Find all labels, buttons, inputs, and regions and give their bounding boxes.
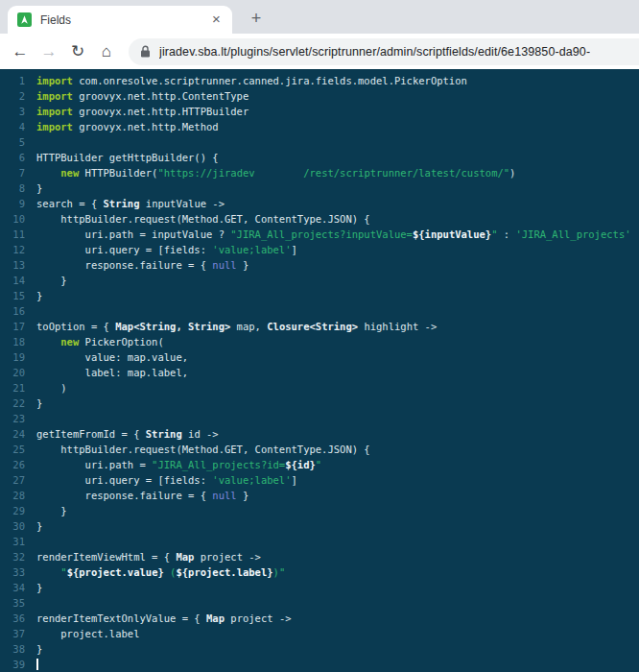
line-number: 33 xyxy=(0,564,25,580)
code-line[interactable]: 17toOption = { Map<String, String> map, … xyxy=(0,319,639,334)
code-line[interactable]: 35 xyxy=(0,595,639,611)
code-text: } xyxy=(36,503,67,518)
code-line[interactable]: 7 new HTTPBuilder("https://jiradev /rest… xyxy=(0,165,639,180)
line-number: 3 xyxy=(0,104,25,119)
code-line[interactable]: 29 } xyxy=(0,503,639,518)
code-text: import groovyx.net.http.Method xyxy=(36,119,219,134)
code-line[interactable]: 20 label: map.label, xyxy=(0,365,639,380)
line-number: 12 xyxy=(0,242,25,257)
code-text: response.failure = { null } xyxy=(36,488,248,503)
code-line[interactable]: 2import groovyx.net.http.ContentType xyxy=(0,88,639,104)
code-line[interactable]: 19 value: map.value, xyxy=(0,349,639,365)
code-text: "${project.value} (${project.label})" xyxy=(36,564,285,580)
code-line[interactable]: 15} xyxy=(0,288,639,303)
code-text: } xyxy=(36,180,42,196)
line-number: 39 xyxy=(0,657,25,672)
line-number: 5 xyxy=(0,134,25,150)
url-text: jiradev.sba.lt/plugins/servlet/scriptrun… xyxy=(159,45,590,59)
line-number: 36 xyxy=(0,611,25,626)
code-text: } xyxy=(36,641,42,657)
code-text: response.failure = { null } xyxy=(36,257,248,273)
address-bar[interactable]: jiradev.sba.lt/plugins/servlet/scriptrun… xyxy=(129,38,639,65)
code-text: uri.path = "JIRA_All_projects?id=${id}" xyxy=(36,457,321,472)
line-number: 8 xyxy=(0,180,25,196)
browser-window: Fields × + ← → ↻ ⌂ jiradev.sba.lt/plugin… xyxy=(0,0,639,672)
line-number: 1 xyxy=(0,73,25,88)
code-text: uri.path = inputValue ? "JIRA_All_projec… xyxy=(36,227,631,242)
code-lines: 1import com.onresolve.scriptrunner.canne… xyxy=(0,73,639,672)
line-number: 30 xyxy=(0,518,25,534)
line-number: 16 xyxy=(0,303,25,319)
code-text: httpBuilder.request(Method.GET, ContentT… xyxy=(36,442,370,457)
code-line[interactable]: 31 xyxy=(0,534,639,549)
code-text: new HTTPBuilder("https://jiradev /rest/s… xyxy=(36,165,515,180)
line-number: 6 xyxy=(0,150,25,165)
code-text: } xyxy=(36,518,42,534)
line-number: 19 xyxy=(0,349,25,365)
code-line[interactable]: 38} xyxy=(0,641,639,657)
code-text: search = { String inputValue -> xyxy=(36,196,225,211)
line-number: 20 xyxy=(0,365,25,380)
code-line[interactable]: 37 project.label xyxy=(0,626,639,641)
code-line[interactable]: 39 xyxy=(0,657,639,672)
code-text xyxy=(36,657,38,672)
line-number: 23 xyxy=(0,411,25,426)
code-text: httpBuilder.request(Method.GET, ContentT… xyxy=(36,211,370,227)
line-number: 24 xyxy=(0,426,25,442)
back-icon[interactable]: ← xyxy=(6,37,35,66)
code-line[interactable]: 33 "${project.value} (${project.label})" xyxy=(0,564,639,580)
line-number: 9 xyxy=(0,196,25,211)
code-line[interactable]: 25 httpBuilder.request(Method.GET, Conte… xyxy=(0,442,639,457)
code-line[interactable]: 1import com.onresolve.scriptrunner.canne… xyxy=(0,73,639,88)
code-line[interactable]: 30} xyxy=(0,518,639,534)
code-line[interactable]: 27 uri.query = [fields: 'value;label'] xyxy=(0,472,639,488)
browser-toolbar: ← → ↻ ⌂ jiradev.sba.lt/plugins/servlet/s… xyxy=(0,34,639,69)
code-line[interactable]: 18 new PickerOption( xyxy=(0,334,639,349)
line-number: 11 xyxy=(0,227,25,242)
code-line[interactable]: 34} xyxy=(0,580,639,595)
code-text: } xyxy=(36,288,42,303)
tab-close-icon[interactable]: × xyxy=(208,12,225,28)
line-number: 29 xyxy=(0,503,25,518)
tab-title: Fields xyxy=(40,13,208,27)
code-line[interactable]: 21 ) xyxy=(0,380,639,396)
code-line[interactable]: 10 httpBuilder.request(Method.GET, Conte… xyxy=(0,211,639,227)
refresh-icon[interactable]: ↻ xyxy=(63,37,92,66)
line-number: 21 xyxy=(0,380,25,396)
code-line[interactable]: 13 response.failure = { null } xyxy=(0,257,639,273)
line-number: 31 xyxy=(0,534,25,549)
code-text: getItemFromId = { String id -> xyxy=(36,426,219,442)
code-line[interactable]: 32renderItemViewHtml = { Map project -> xyxy=(0,549,639,564)
text-cursor xyxy=(36,659,38,670)
code-line[interactable]: 5 xyxy=(0,134,639,150)
browser-tab[interactable]: Fields × xyxy=(8,6,232,34)
code-line[interactable]: 16 xyxy=(0,303,639,319)
code-line[interactable]: 12 uri.query = [fields: 'value;label'] xyxy=(0,242,639,257)
code-line[interactable]: 23 xyxy=(0,411,639,426)
code-line[interactable]: 22} xyxy=(0,396,639,411)
forward-icon[interactable]: → xyxy=(35,37,63,66)
code-editor[interactable]: 1import com.onresolve.scriptrunner.canne… xyxy=(0,69,639,672)
code-line[interactable]: 28 response.failure = { null } xyxy=(0,488,639,503)
code-text: toOption = { Map<String, String> map, Cl… xyxy=(36,319,437,334)
code-line[interactable]: 36renderItemTextOnlyValue = { Map projec… xyxy=(0,611,639,626)
line-number: 13 xyxy=(0,257,25,273)
new-tab-button[interactable]: + xyxy=(244,10,269,27)
code-line[interactable]: 6HTTPBuilder getHttpBuilder() { xyxy=(0,150,639,165)
code-line[interactable]: 26 uri.path = "JIRA_All_projects?id=${id… xyxy=(0,457,639,472)
code-text: import com.onresolve.scriptrunner.canned… xyxy=(36,73,467,88)
code-line[interactable]: 8} xyxy=(0,180,639,196)
code-line[interactable]: 24getItemFromId = { String id -> xyxy=(0,426,639,442)
code-text: renderItemViewHtml = { Map project -> xyxy=(36,549,261,564)
code-line[interactable]: 4import groovyx.net.http.Method xyxy=(0,119,639,134)
home-icon[interactable]: ⌂ xyxy=(92,37,121,66)
code-text: new PickerOption( xyxy=(36,334,164,349)
line-number: 25 xyxy=(0,442,25,457)
code-line[interactable]: 11 uri.path = inputValue ? "JIRA_All_pro… xyxy=(0,227,639,242)
code-text: renderItemTextOnlyValue = { Map project … xyxy=(36,611,292,626)
code-line[interactable]: 9search = { String inputValue -> xyxy=(0,196,639,211)
code-line[interactable]: 3import groovyx.net.http.HTTPBuilder xyxy=(0,104,639,119)
tab-strip: Fields × + xyxy=(0,0,639,34)
line-number: 15 xyxy=(0,288,25,303)
code-line[interactable]: 14 } xyxy=(0,273,639,288)
